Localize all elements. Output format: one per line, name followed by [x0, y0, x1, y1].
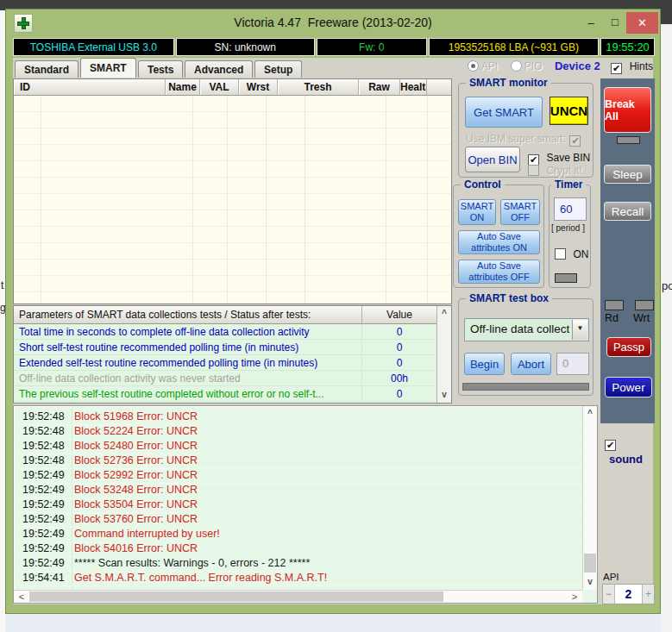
- sleep-button[interactable]: Sleep: [604, 165, 651, 184]
- smart-attribute-header: IDNameVALWrstTreshRawHealth: [14, 79, 451, 96]
- event-log: 19:52:48Block 51968 Error: UNCR 19:52:48…: [13, 405, 598, 604]
- log-row[interactable]: 19:52:48Block 52480 Error: UNCR: [14, 440, 582, 454]
- smart-test-box-title: SMART test box: [466, 292, 552, 304]
- hints-checkbox[interactable]: ✔: [611, 63, 622, 74]
- plus-button[interactable]: +: [642, 585, 654, 604]
- write-led-indicator: [635, 300, 654, 310]
- scroll-down-icon[interactable]: v: [583, 575, 597, 589]
- column-header[interactable]: ID: [14, 79, 166, 95]
- parameter-row[interactable]: Off-line data collection activity was ne…: [14, 371, 451, 386]
- timer-on-label: ON: [573, 248, 588, 260]
- log-horizontal-scrollbar[interactable]: < >: [14, 590, 582, 603]
- scroll-down-icon[interactable]: v: [437, 388, 451, 402]
- desktop-corner: [661, 0, 672, 24]
- tab[interactable]: Standard: [15, 60, 79, 78]
- autosave-on-button[interactable]: Auto Save attributes ON: [458, 230, 540, 254]
- test-counter-field[interactable]: 0: [556, 353, 589, 375]
- api-number-value: 2: [615, 585, 642, 604]
- parameters-scrollbar[interactable]: ^ v: [436, 306, 451, 403]
- log-row[interactable]: 19:52:49Block 52992 Error: UNCR: [14, 469, 582, 484]
- test-select-dropdown[interactable]: Off-line data collect ▼: [464, 318, 589, 341]
- window-title: Victoria 4.47 Freeware (2013-02-20): [110, 16, 556, 29]
- parameter-label: Short self-test routine recommended poll…: [14, 340, 362, 354]
- log-row[interactable]: 19:54:41Get S.M.A.R.T. command... Error …: [14, 572, 582, 586]
- passp-button[interactable]: Passp: [606, 337, 651, 357]
- scroll-right-icon[interactable]: >: [568, 591, 581, 603]
- log-row[interactable]: 19:52:49Block 53760 Error: UNCR: [14, 513, 582, 528]
- sound-label: sound: [609, 453, 643, 466]
- power-button[interactable]: Power: [605, 377, 652, 397]
- log-row[interactable]: 19:52:48Block 52224 Error: UNCR: [14, 425, 582, 440]
- crypt-label: Crypt it!: [546, 165, 581, 177]
- tab[interactable]: SMART: [80, 58, 136, 78]
- parameter-row[interactable]: Extended self-test routine recommended p…: [14, 355, 451, 371]
- column-header[interactable]: Name: [166, 79, 200, 95]
- sound-checkbox[interactable]: ✔: [605, 440, 616, 451]
- column-header[interactable]: [426, 79, 427, 95]
- minus-button[interactable]: −: [603, 585, 615, 604]
- mode-area: API PIO Device 2 ✔ Hints: [468, 58, 653, 78]
- parameter-label: Off-line data collection activity was ne…: [14, 371, 362, 385]
- timer-group: Timer 60 [ period ] ON: [549, 185, 591, 288]
- scroll-up-icon[interactable]: ^: [583, 407, 597, 421]
- uncn-button[interactable]: UNCN: [550, 97, 588, 125]
- close-button[interactable]: ✕: [626, 12, 658, 34]
- column-header[interactable]: Raw: [359, 79, 400, 95]
- parameter-row[interactable]: The previous self-test routine completed…: [14, 386, 451, 402]
- tab[interactable]: Setup: [254, 60, 302, 78]
- period-label: [ period ]: [551, 223, 585, 233]
- column-header[interactable]: VAL: [200, 79, 239, 95]
- abort-button[interactable]: Abort: [511, 353, 551, 375]
- log-message: Command interrupted by user!: [67, 528, 220, 540]
- timer-period-input[interactable]: 60: [554, 197, 587, 221]
- api-radio-label: API: [481, 60, 498, 72]
- recall-button[interactable]: Recall: [604, 202, 651, 221]
- tab[interactable]: Tests: [138, 60, 183, 78]
- column-header[interactable]: Health: [400, 79, 426, 95]
- parameters-header-label: Parameters of SMART data collections tes…: [14, 306, 362, 323]
- control-title: Control: [461, 178, 505, 191]
- tab[interactable]: Advanced: [185, 60, 253, 78]
- autosave-off-button[interactable]: Auto Save attributes OFF: [458, 260, 540, 284]
- api-radio[interactable]: [468, 60, 479, 72]
- open-bin-button[interactable]: Open BIN: [465, 147, 520, 172]
- crypt-checkbox[interactable]: [528, 165, 539, 176]
- break-all-button[interactable]: Break All: [604, 87, 651, 133]
- smart-off-button[interactable]: SMART OFF: [500, 199, 540, 225]
- log-row[interactable]: 19:52:49Command interrupted by user!: [14, 528, 582, 542]
- smart-attribute-body: [14, 96, 451, 303]
- scroll-left-icon[interactable]: <: [15, 591, 28, 603]
- log-vertical-scrollbar[interactable]: ^ v: [582, 406, 597, 590]
- parameter-value: 00h: [362, 371, 436, 385]
- log-hscroll-thumb[interactable]: [29, 591, 443, 602]
- log-row[interactable]: 19:52:49Block 54016 Error: UNCR: [14, 542, 582, 557]
- smart-on-button[interactable]: SMART ON: [458, 199, 496, 225]
- chevron-down-icon[interactable]: ▼: [572, 320, 587, 340]
- log-row[interactable]: 19:52:48Block 52736 Error: UNCR: [14, 454, 582, 469]
- drive-info-bar: TOSHIBA External USB 3.0 SN: unknown Fw:…: [13, 38, 655, 56]
- test-select-value: Off-line data collect: [470, 322, 569, 335]
- timer-on-checkbox[interactable]: [555, 248, 566, 260]
- begin-button[interactable]: Begin: [464, 353, 505, 375]
- drive-model: TOSHIBA External USB 3.0: [13, 38, 174, 56]
- log-row[interactable]: 19:52:48Block 51968 Error: UNCR: [14, 410, 582, 425]
- parameter-row[interactable]: Short self-test routine recommended poll…: [14, 340, 451, 355]
- log-timestamp: 19:52:48: [14, 440, 67, 452]
- get-smart-button[interactable]: Get SMART: [465, 97, 543, 128]
- log-row[interactable]: 19:52:49Block 53504 Error: UNCR: [14, 498, 582, 513]
- parameter-row[interactable]: Total time in seconds to complete off-li…: [14, 324, 451, 340]
- log-message: Block 52224 Error: UNCR: [67, 425, 198, 437]
- log-message: Block 53504 Error: UNCR: [67, 498, 198, 510]
- pio-radio[interactable]: [511, 60, 522, 72]
- log-row[interactable]: 19:52:49***** Scan results: Warnings - 0…: [14, 557, 582, 572]
- ibm-smart-checkbox[interactable]: ✔: [569, 135, 581, 147]
- log-message: Block 52480 Error: UNCR: [67, 440, 198, 452]
- scroll-up-icon[interactable]: ^: [437, 307, 451, 321]
- victoria-window: Victoria 4.47 Freeware (2013-02-20) – □ …: [5, 9, 661, 614]
- column-header[interactable]: Tresh: [278, 79, 359, 95]
- log-vscroll-thumb[interactable]: [584, 554, 596, 573]
- maximize-button[interactable]: □: [605, 12, 625, 34]
- minimize-button[interactable]: –: [579, 12, 603, 34]
- log-row[interactable]: 19:52:49Block 53248 Error: UNCR: [14, 484, 582, 498]
- column-header[interactable]: Wrst: [239, 79, 278, 95]
